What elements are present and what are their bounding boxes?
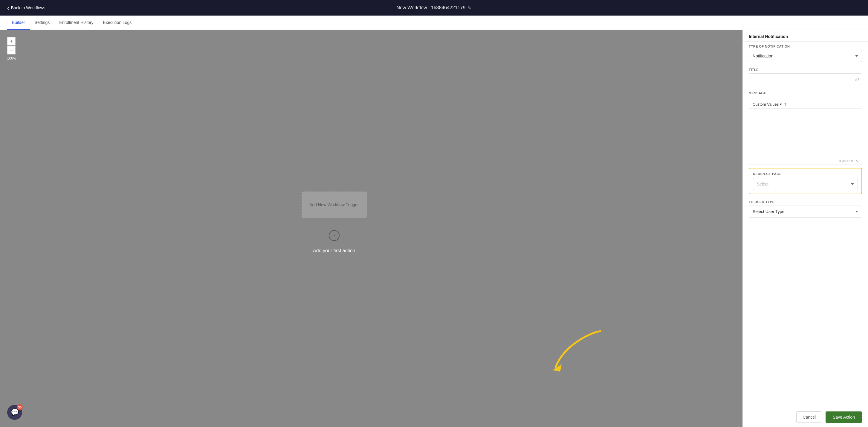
to-user-type-group: TO USER TYPE Select User Type	[743, 197, 868, 221]
panel-footer: Cancel Save Action	[743, 407, 868, 427]
message-box: Custom Values ▾ ¶ 0 WORDS ⤡	[749, 99, 862, 165]
zoom-controls: + − 100%	[7, 37, 17, 60]
expand-icon: ⤡	[856, 159, 858, 163]
zoom-out-button[interactable]: −	[7, 46, 16, 54]
back-label: Back to Workflows	[11, 5, 45, 10]
custom-values-label: Custom Values	[753, 102, 779, 107]
message-textarea[interactable]	[749, 109, 862, 156]
header: Back to Workflows New Workflow : 1688464…	[0, 0, 868, 16]
to-user-type-select[interactable]: Select User Type	[749, 205, 862, 218]
trigger-label: Add New Workflow Trigger	[309, 202, 359, 207]
connector-line-1	[334, 218, 334, 230]
zoom-in-button[interactable]: +	[7, 37, 16, 46]
message-group: MESSAGE	[743, 88, 868, 99]
message-footer: 0 WORDS ⤡	[749, 158, 862, 165]
chevron-down-icon: ▾	[780, 102, 782, 107]
tab-enrollment-history[interactable]: Enrollment History	[54, 16, 98, 30]
add-action-button[interactable]: +	[329, 230, 340, 241]
paragraph-icon: ¶	[784, 102, 787, 107]
redirect-page-label: REDIRECT PAGE	[753, 172, 858, 176]
custom-values-button[interactable]: Custom Values ▾	[753, 102, 782, 107]
tab-builder[interactable]: Builder	[7, 16, 30, 30]
type-of-notification-select[interactable]: Notification	[749, 50, 862, 62]
main-layout: + − 100% Add New Workflow Trigger + Add …	[0, 30, 868, 427]
title-tag-icon: 🏷	[855, 77, 859, 82]
message-toolbar: Custom Values ▾ ¶	[749, 100, 862, 109]
zoom-level: 100%	[7, 56, 17, 60]
title-text: New Workflow : 1688464221179	[397, 5, 466, 10]
word-count: 0 WORDS	[839, 159, 854, 163]
redirect-page-select[interactable]: Select	[753, 178, 858, 190]
workflow-canvas[interactable]: + − 100% Add New Workflow Trigger + Add …	[0, 30, 742, 427]
workflow-trigger-box[interactable]: Add New Workflow Trigger	[301, 191, 367, 218]
type-of-notification-group: TYPE OF NOTIFICATION Notification	[743, 41, 868, 65]
right-panel: Internal Notification TYPE OF NOTIFICATI…	[742, 30, 868, 427]
chat-badge[interactable]: 💬 36	[7, 405, 22, 420]
svg-marker-0	[553, 364, 562, 372]
back-to-workflows-button[interactable]: Back to Workflows	[7, 4, 45, 11]
tab-execution-logs[interactable]: Execution Logs	[98, 16, 136, 30]
edit-title-icon[interactable]: ✎	[468, 5, 471, 10]
tabs-bar: Builder Settings Enrollment History Exec…	[0, 16, 868, 30]
save-action-button[interactable]: Save Action	[826, 411, 862, 423]
title-input-wrapper: 🏷	[749, 73, 862, 85]
type-of-notification-label: TYPE OF NOTIFICATION	[749, 45, 862, 48]
chat-icon: 💬	[11, 408, 19, 416]
annotation-arrow	[547, 325, 613, 379]
connector-line-2	[334, 241, 334, 247]
cancel-button[interactable]: Cancel	[796, 411, 822, 423]
panel-top-label: Internal Notification	[743, 30, 868, 41]
tab-settings[interactable]: Settings	[30, 16, 55, 30]
title-group: TITLE 🏷	[743, 65, 868, 88]
redirect-page-section: REDIRECT PAGE Select	[749, 168, 862, 194]
workflow-title: New Workflow : 1688464221179 ✎	[397, 5, 472, 10]
to-user-type-label: TO USER TYPE	[749, 200, 862, 204]
message-label: MESSAGE	[749, 91, 862, 95]
workflow-elements: Add New Workflow Trigger + Add your firs…	[301, 191, 367, 253]
first-action-label: Add your first action	[313, 248, 355, 253]
title-input[interactable]	[749, 73, 862, 85]
title-label: TITLE	[749, 68, 862, 72]
chat-badge-count: 36	[17, 404, 23, 410]
